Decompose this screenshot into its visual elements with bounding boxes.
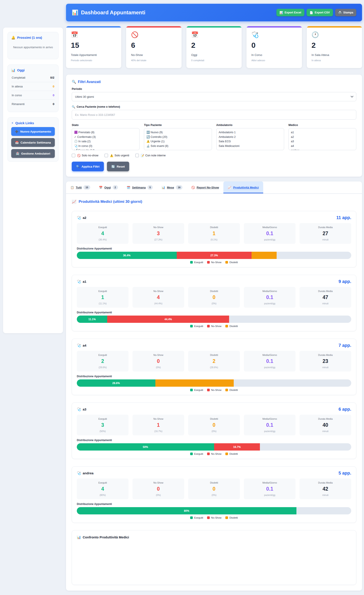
doctor-card: 🩺 a3 6 app. Eseguiti 3 (50%) No-Show <box>72 403 356 459</box>
tab[interactable]: 🗓️ Settimana 5 <box>122 181 157 193</box>
patient-search-input[interactable] <box>72 110 356 120</box>
filter-listbox[interactable]: Ambulatorio 1 Ambulatorio 2 Sala ECG Sal… <box>216 128 284 150</box>
filter-option[interactable]: Sala Medicazioni <box>219 144 282 149</box>
legend-label: Disdetti <box>229 453 238 455</box>
stethoscope-icon: 🩺 <box>77 280 81 283</box>
stat-card: 🩺 0 In Corso Attivi adesso <box>246 26 302 68</box>
legend-label: Eseguiti <box>194 516 203 519</box>
filter-checkbox-item[interactable]: 📝 Con note interne <box>135 154 166 157</box>
filter-listbox[interactable]: 🟪 Prenotato (8) ✓ Confermato (3) 🕐 In sa… <box>72 128 140 150</box>
reset-button[interactable]: 🔄 Reset <box>107 162 129 171</box>
filter-checkbox-item[interactable]: 🚫 Solo no-show <box>72 154 98 157</box>
checkbox[interactable] <box>72 154 75 157</box>
stat-box-label: Disdetti <box>190 226 238 229</box>
legend-item: Eseguiti <box>190 261 203 264</box>
apply-filters-button[interactable]: 🔍 Applica Filtri <box>72 162 104 171</box>
filter-option[interactable]: a1 <box>291 130 354 135</box>
today-row: In corso 0 <box>11 91 55 100</box>
stat-box-disdetti: Disdetti 0 (0%) <box>188 415 240 435</box>
printer-icon: 🖨️ <box>338 11 342 14</box>
checkbox[interactable] <box>105 154 108 157</box>
bar-segment-noshow: 16.7% <box>214 443 260 451</box>
legend-item: Eseguiti <box>190 325 203 327</box>
filter-option[interactable]: ⚠️ Urgente (1) <box>146 139 209 144</box>
stat-box-sub: minuti <box>301 238 350 241</box>
filter-option[interactable]: Sala ECG <box>219 139 282 144</box>
search-label: Cerca Paziente (nome o telefono) <box>77 105 120 108</box>
comparison-chart-card: 📊 Confronto Produttività Medici <box>72 530 356 585</box>
stat-box-value: 3 <box>134 231 182 236</box>
check-item-label: Con note interne <box>145 154 166 157</box>
lightning-icon: ⚡ <box>11 121 14 125</box>
tab[interactable]: 📋 Tutti 15 <box>66 181 95 193</box>
quick-link-button[interactable]: 📅 Calendario Settimana <box>11 138 55 147</box>
legend-label: Disdetti <box>229 389 238 391</box>
header-actions: 📊 Export Excel 📄 Export CSV 🖨️ Stampa <box>276 9 356 16</box>
quick-link-button[interactable]: 🏥 Gestione Ambulatori <box>11 149 55 158</box>
stat-box-media-giorno: Media/Giorno 0.1 pazienti/gg <box>244 287 295 308</box>
stat-box-disdetti: Disdetti 2 (28.6%) <box>188 351 240 371</box>
stat-box-label: No-Show <box>134 418 182 420</box>
stat-box-value: 27 <box>301 231 350 236</box>
doctor-name: a1 <box>83 280 86 283</box>
doctor-stat-boxes: Eseguiti 3 (50%) No-Show 1 (16.7%) Disde… <box>77 415 351 435</box>
filter-option[interactable]: Ambulatorio 1 <box>219 130 282 135</box>
filter-option[interactable]: 🩺 In corso (0) <box>74 144 137 149</box>
doctor-name: a4 <box>83 344 86 347</box>
doctor-cards: 🩺 a2 11 app. Eseguiti 4 (36.4%) No-Show <box>66 211 362 523</box>
legend-swatch <box>207 325 210 327</box>
filter-option[interactable]: Ambulatorio 2 <box>219 135 282 139</box>
stat-box-disdetti: Disdetti 1 (9.1%) <box>188 223 240 244</box>
doctor-appointments-count: 7 app. <box>338 343 351 348</box>
stat-box-sub: (0%) <box>190 430 238 432</box>
stat-box-eseguiti: Eseguiti 2 (28.6%) <box>77 351 128 371</box>
today-row-value: 0 <box>53 102 54 106</box>
tab-icon: 🗓️ <box>127 186 130 189</box>
legend-label: Disdetti <box>229 516 238 519</box>
legend-label: No-Show <box>211 389 221 391</box>
tab[interactable]: 📊 Mese 16 <box>157 181 187 193</box>
stat-box-value: 23 <box>301 359 350 364</box>
filter-option[interactable]: ✓ Confermato (3) <box>74 135 137 139</box>
tab-badge: 15 <box>84 185 90 190</box>
stat-box-label: Disdetti <box>190 290 238 292</box>
tab[interactable]: 🚫 Report No-Show <box>187 181 223 193</box>
tab-icon: 📋 <box>70 186 74 189</box>
quick-links-list: ➕ Nuovo Appuntamento 📅 Calendario Settim… <box>11 127 55 158</box>
stat-accent-bar <box>246 26 302 28</box>
tab[interactable]: 📅 Oggi 2 <box>95 181 122 193</box>
tab[interactable]: 📈 Produttività Medici <box>223 181 263 193</box>
quick-link-label: Calendario Settimana <box>21 141 51 144</box>
stat-box-sub: (9.1%) <box>190 238 238 241</box>
export-csv-button[interactable]: 📄 Export CSV <box>307 9 333 16</box>
filters-panel: 🔍 Filtri Avanzati Periodo Ultimi 30 gior… <box>66 75 362 177</box>
filter-option[interactable]: a3 <box>291 139 354 144</box>
filter-checkbox-item[interactable]: ⚠️ Solo urgenti <box>105 154 129 157</box>
filter-option[interactable]: a2 <box>291 135 354 139</box>
filter-option[interactable]: ✔️ Eseguito (14) <box>74 148 137 150</box>
legend-label: Disdetti <box>229 261 238 264</box>
stat-box-label: No-Show <box>134 354 182 356</box>
stat-box-value: 0 <box>190 486 238 491</box>
legend-item: No-Show <box>207 389 221 391</box>
checkbox[interactable] <box>135 154 139 157</box>
filter-option[interactable]: andrea <box>291 148 354 150</box>
check-item-icon: ⚠️ <box>110 154 113 157</box>
period-select[interactable]: Ultimi 30 giorni <box>72 92 356 101</box>
filter-option[interactable]: 🔄 Controllo (20) <box>146 135 209 139</box>
print-button[interactable]: 🖨️ Stampa <box>335 9 356 16</box>
stat-box-sub: (50%) <box>78 430 127 432</box>
stat-box-durata-media: Durata Media 27 minuti <box>300 223 351 244</box>
filter-option[interactable]: 🕐 In sala (2) <box>74 139 137 144</box>
legend-swatch <box>207 261 210 264</box>
filter-option[interactable]: 🆕 Nuovo (9) <box>146 130 209 135</box>
filter-listbox[interactable]: 🆕 Nuovo (9) 🔄 Controllo (20) ⚠️ Urgente … <box>144 128 212 150</box>
stat-label: No-Show <box>131 53 176 57</box>
stethoscope-icon: 🩺 <box>77 344 81 347</box>
export-excel-button[interactable]: 📊 Export Excel <box>276 9 304 16</box>
filter-option[interactable]: 🟪 Prenotato (8) <box>74 130 137 135</box>
filter-option[interactable]: 🔬 Solo esami (8) <box>146 144 209 149</box>
filter-listbox[interactable]: a1 a2 a3 a4 andrea <box>288 128 356 150</box>
quick-link-button[interactable]: ➕ Nuovo Appuntamento <box>11 127 55 136</box>
filter-option[interactable]: a4 <box>291 144 354 149</box>
